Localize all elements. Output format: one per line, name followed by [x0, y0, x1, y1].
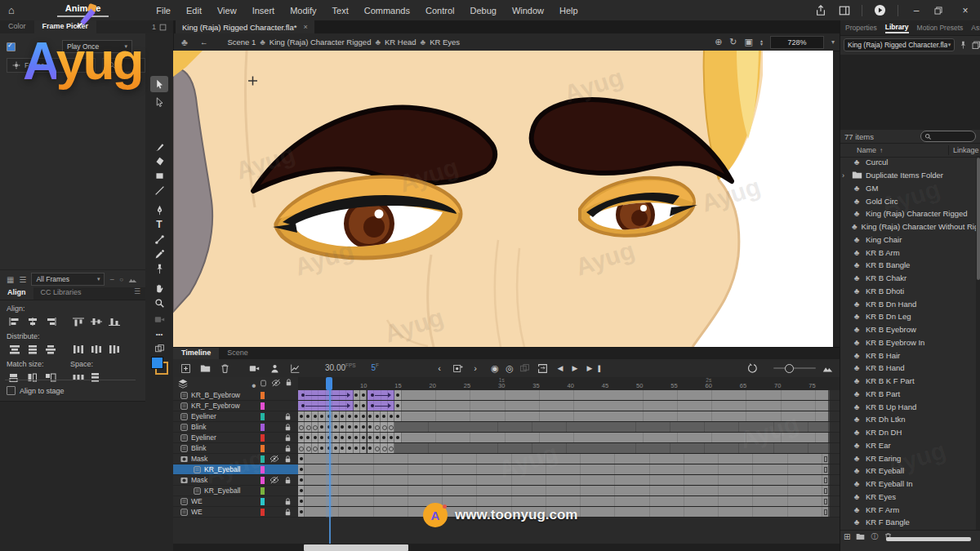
edit-multiple-frames-icon[interactable]	[518, 362, 531, 375]
visibility-column-icon[interactable]	[271, 378, 281, 388]
fps-indicator[interactable]: 30.00FPS 5F	[325, 362, 379, 372]
align-icon-mb[interactable]	[42, 371, 59, 383]
minimize-button[interactable]: –	[910, 5, 923, 16]
pen-tool[interactable]	[150, 202, 168, 218]
tab-motion-presets[interactable]: Motion Presets	[917, 24, 964, 32]
home-icon[interactable]: ⌂	[8, 4, 15, 16]
library-item[interactable]: ♣KR Ear	[840, 439, 976, 452]
back-button[interactable]: ←	[200, 38, 208, 47]
layer-row[interactable]: Eyeliner	[173, 411, 298, 422]
expand-folder-icon[interactable]: ›	[842, 171, 844, 180]
align-panel-menu-icon[interactable]: ☰	[134, 287, 140, 300]
layer-color-chip[interactable]	[261, 455, 265, 463]
menu-item-file[interactable]: File	[156, 6, 171, 16]
layer-color-chip[interactable]	[261, 402, 265, 410]
layer-row[interactable]: WE	[173, 507, 298, 518]
layer-row[interactable]: KR_Eyeball	[173, 486, 298, 496]
library-item[interactable]: ♣KR Eyeball In	[840, 478, 976, 491]
share-icon[interactable]	[814, 4, 826, 16]
text-tool[interactable]: T	[150, 216, 168, 233]
prev-keyframe-icon[interactable]: ‹	[433, 362, 446, 375]
tab-properties[interactable]: Properties	[845, 24, 877, 32]
grid-view-icon[interactable]: ▦	[7, 275, 14, 284]
library-item[interactable]: ♣KR F Arm	[840, 503, 976, 516]
library-item[interactable]: ♣KR Eyeball	[840, 464, 976, 478]
frame-track[interactable]	[298, 475, 840, 486]
library-item[interactable]: ♣KR B Hand	[840, 362, 976, 375]
layer-color-chip[interactable]	[261, 498, 265, 505]
tab-align[interactable]: Align	[0, 287, 33, 300]
frame-track[interactable]	[298, 390, 840, 401]
layer-row[interactable]: Blink	[173, 422, 298, 433]
step-back-icon[interactable]: ◀	[554, 362, 567, 375]
layer-row[interactable]: Mask	[173, 454, 298, 464]
layer-row[interactable]: Eyeliner	[173, 433, 298, 443]
camera-icon[interactable]	[247, 362, 261, 375]
frame-picker-checkbox[interactable]	[7, 42, 16, 51]
zoom-tool[interactable]	[150, 295, 168, 311]
library-item[interactable]: ♣KR B K F Part	[840, 375, 976, 388]
library-item[interactable]: ♣KR B Dhoti	[840, 285, 976, 298]
library-item[interactable]: ♣KR B Bangle	[840, 259, 976, 272]
distribute-icon-dl[interactable]	[70, 343, 87, 355]
layer-row[interactable]: Blink	[173, 443, 298, 454]
menu-item-view[interactable]: View	[217, 6, 237, 16]
layer-color-chip[interactable]	[261, 445, 265, 452]
frame-track[interactable]	[298, 411, 840, 422]
menu-item-text[interactable]: Text	[332, 6, 349, 16]
tab-close-icon[interactable]: ×	[303, 23, 307, 31]
eraser-tool[interactable]	[150, 153, 168, 169]
brush-tool[interactable]	[150, 138, 168, 154]
align-icon-ab[interactable]	[106, 315, 122, 327]
layer-color-chip[interactable]	[261, 424, 265, 431]
fill-stroke-swatch[interactable]	[151, 357, 169, 375]
layer-row[interactable]: KR_F_Eyebrow	[173, 401, 298, 411]
asset-warp-tool[interactable]	[150, 260, 168, 277]
list-view-icon[interactable]: ☰	[19, 275, 26, 284]
library-item[interactable]: ♣KR B Up Hand	[840, 400, 976, 413]
layer-row[interactable]: KR_B_Eyebrow	[173, 390, 298, 401]
thumb-size-plus-icon[interactable]	[128, 275, 137, 284]
layer-lock-icon[interactable]	[283, 496, 292, 506]
layer-color-chip[interactable]	[261, 509, 265, 516]
align-icon-sh[interactable]	[88, 371, 105, 383]
align-icon-dm[interactable]	[24, 343, 41, 355]
reset-timeline-zoom-icon[interactable]	[746, 362, 759, 375]
menu-item-commands[interactable]: Commands	[364, 6, 410, 16]
library-hscroll-thumb[interactable]	[886, 537, 971, 541]
frame-track[interactable]	[298, 464, 840, 475]
align-icon-at[interactable]	[70, 315, 87, 327]
workspace-icon[interactable]	[838, 4, 850, 16]
library-item[interactable]: ♣KR F Bangle	[840, 516, 976, 529]
playhead-marker[interactable]	[326, 377, 332, 390]
onion-outline-icon[interactable]: ◎	[503, 362, 516, 375]
frame-track[interactable]	[298, 401, 840, 411]
layer-hidden-icon[interactable]	[270, 454, 279, 464]
center-stage-icon[interactable]: ⊕	[715, 37, 722, 47]
layer-lock-icon[interactable]	[283, 411, 292, 421]
align-icon-ac[interactable]	[24, 315, 41, 327]
layer-row[interactable]: KR_Eyeball	[173, 464, 298, 475]
timeline-hscrollbar[interactable]	[173, 544, 840, 551]
layer-lock-icon[interactable]	[283, 454, 292, 464]
layer-color-chip[interactable]	[261, 392, 265, 399]
more-tools-icon[interactable]: •••	[150, 326, 168, 342]
menu-item-help[interactable]: Help	[559, 6, 578, 16]
tab-library[interactable]: Library	[885, 23, 909, 33]
layer-color-chip[interactable]	[261, 487, 265, 495]
zoom-spinner[interactable]: ▴▾	[760, 39, 763, 46]
library-item[interactable]: ♣KR B Dn Hand	[840, 297, 976, 310]
breadcrumb-item[interactable]: KR Eyes	[430, 38, 460, 47]
layer-lock-icon[interactable]	[283, 475, 292, 485]
align-to-stage-checkbox[interactable]	[7, 386, 16, 395]
library-item[interactable]: ♣KR B Eyebrow In	[840, 336, 976, 349]
frame-track[interactable]	[298, 454, 840, 464]
library-item[interactable]: ♣KR Eyes	[840, 491, 976, 504]
tab-timeline[interactable]: Timeline	[173, 348, 219, 359]
insert-keyframe-icon[interactable]	[451, 362, 464, 375]
layer-lock-icon[interactable]	[283, 433, 292, 442]
camera-tool[interactable]	[150, 311, 168, 327]
frame-track[interactable]	[298, 422, 840, 433]
library-item[interactable]: ♣KR Earing	[840, 451, 976, 464]
library-item[interactable]: ♣KR B Arm	[840, 246, 976, 259]
